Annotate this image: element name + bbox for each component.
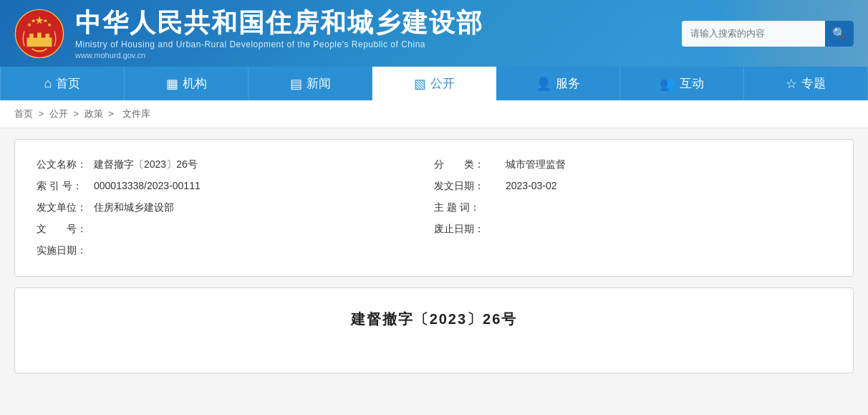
site-title: 中华人民共和国住房和城乡建设部 [75, 7, 483, 38]
nav-label-news: 新闻 [307, 75, 331, 92]
breadcrumb-policy[interactable]: 政策 [85, 108, 103, 119]
nav-label-special: 专题 [801, 75, 826, 92]
document-card: 建督撤字〔2023〕26号 [14, 287, 854, 373]
nav-item-service[interactable]: 👤 服务 [496, 67, 620, 100]
label-keywords: 主 题 词： [434, 201, 506, 214]
news-icon: ▤ [290, 76, 302, 92]
info-row-expire-date: 废止日期： [434, 219, 831, 240]
breadcrumb-public[interactable]: 公开 [49, 108, 68, 119]
label-category: 分 类： [434, 158, 506, 171]
site-url: www.mohurd.gov.cn [75, 51, 483, 59]
info-left-col: 公文名称： 建督撤字〔2023〕26号 索 引 号： 000013338/202… [37, 154, 434, 262]
header-search: 🔍 [682, 21, 854, 47]
home-icon: ⌂ [44, 76, 52, 91]
label-sender: 发文单位： [37, 201, 94, 214]
nav-label-home: 首页 [56, 75, 80, 92]
service-icon: 👤 [536, 76, 551, 92]
info-row-issue-date: 发文日期： 2023-03-02 [434, 176, 831, 197]
svg-rect-3 [29, 34, 34, 39]
nav-item-home[interactable]: ⌂ 首页 [0, 67, 125, 100]
info-card: 公文名称： 建督撤字〔2023〕26号 索 引 号： 000013338/202… [14, 139, 854, 277]
nav-label-org: 机构 [183, 75, 207, 92]
main-nav: ⌂ 首页 ▦ 机构 ▤ 新闻 ▧ 公开 👤 服务 👥 互动 ☆ 专题 [0, 67, 868, 100]
label-index: 索 引 号： [37, 180, 94, 193]
nav-label-interact: 互动 [680, 75, 704, 92]
value-category: 城市管理监督 [506, 158, 566, 171]
nav-item-org[interactable]: ▦ 机构 [125, 67, 249, 100]
label-impl-date: 实施日期： [37, 244, 94, 257]
org-icon: ▦ [166, 76, 178, 92]
value-issue-date: 2023-03-02 [506, 180, 557, 191]
header-left: 中华人民共和国住房和城乡建设部 Ministry of Housing and … [14, 7, 483, 59]
breadcrumb-sep-1: > [39, 108, 47, 119]
breadcrumb-home[interactable]: 首页 [14, 108, 33, 119]
svg-rect-4 [37, 32, 42, 38]
national-emblem [14, 9, 64, 59]
breadcrumb: 首页 > 公开 > 政策 > 文件库 [0, 100, 868, 128]
info-row-index: 索 引 号： 000013338/2023-00111 [37, 176, 434, 197]
info-row-sender: 发文单位： 住房和城乡建设部 [37, 197, 434, 219]
svg-rect-2 [27, 37, 52, 47]
site-subtitle: Ministry of Housing and Urban-Rural Deve… [75, 39, 483, 49]
label-expire-date: 废止日期： [434, 223, 506, 236]
nav-item-interact[interactable]: 👥 互动 [620, 67, 744, 100]
label-issue-date: 发文日期： [434, 180, 506, 193]
svg-rect-5 [45, 34, 49, 39]
breadcrumb-sep-3: > [108, 108, 116, 119]
info-right-col: 分 类： 城市管理监督 发文日期： 2023-03-02 主 题 词： 废止日期… [434, 154, 831, 262]
special-icon: ☆ [786, 76, 797, 92]
header-title-block: 中华人民共和国住房和城乡建设部 Ministry of Housing and … [75, 7, 483, 59]
nav-item-special[interactable]: ☆ 专题 [744, 67, 868, 100]
interact-icon: 👥 [660, 76, 675, 92]
document-title: 建督撤字〔2023〕26号 [37, 310, 831, 329]
info-row-keywords: 主 题 词： [434, 197, 831, 219]
public-icon: ▧ [414, 76, 426, 92]
search-input[interactable] [682, 28, 825, 39]
info-row-impl-date: 实施日期： [37, 240, 434, 262]
site-header: 中华人民共和国住房和城乡建设部 Ministry of Housing and … [0, 0, 868, 67]
nav-label-service: 服务 [556, 75, 580, 92]
search-box[interactable]: 🔍 [682, 21, 854, 47]
search-icon: 🔍 [832, 27, 847, 40]
breadcrumb-sep-2: > [73, 108, 81, 119]
label-docnum: 文 号： [37, 223, 94, 236]
info-row-name: 公文名称： 建督撤字〔2023〕26号 [37, 154, 434, 176]
main-content: 公文名称： 建督撤字〔2023〕26号 索 引 号： 000013338/202… [0, 128, 868, 384]
value-index: 000013338/2023-00111 [94, 180, 201, 191]
info-grid: 公文名称： 建督撤字〔2023〕26号 索 引 号： 000013338/202… [37, 154, 831, 262]
nav-item-public[interactable]: ▧ 公开 [372, 67, 496, 100]
label-doc-name: 公文名称： [37, 158, 94, 171]
nav-label-public: 公开 [430, 75, 455, 92]
value-sender: 住房和城乡建设部 [94, 201, 174, 214]
breadcrumb-current: 文件库 [122, 108, 150, 119]
nav-item-news[interactable]: ▤ 新闻 [249, 67, 372, 100]
search-button[interactable]: 🔍 [825, 21, 854, 47]
info-row-docnum: 文 号： [37, 219, 434, 240]
info-row-category: 分 类： 城市管理监督 [434, 154, 831, 176]
value-doc-name: 建督撤字〔2023〕26号 [94, 158, 198, 171]
